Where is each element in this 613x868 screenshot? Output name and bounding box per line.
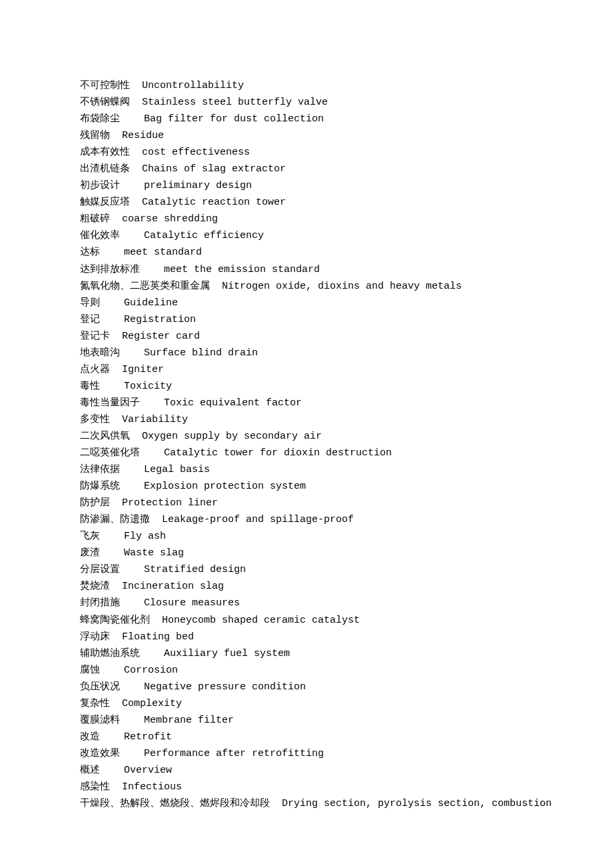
term-chinese: 复杂性	[80, 695, 110, 712]
term-english: Honeycomb shaped ceramic catalyst	[162, 612, 360, 629]
term-gap	[100, 545, 124, 561]
term-english: meet standard	[124, 244, 202, 261]
glossary-entry: 封闭措施 Closure measures	[80, 595, 540, 611]
glossary-entry: 焚烧渣 Incineration slag	[80, 578, 540, 595]
term-english: Toxicity	[124, 378, 172, 395]
term-english: Guideline	[124, 295, 178, 311]
term-gap	[110, 361, 122, 378]
term-english: Floating bed	[122, 629, 194, 645]
term-gap	[150, 612, 162, 629]
term-english: Waste slag	[124, 545, 184, 561]
glossary-entry: 不锈钢蝶阀 Stainless steel butterfly valve	[80, 94, 540, 111]
term-english: meet the emission standard	[164, 261, 320, 278]
glossary-entry: 多变性 Variability	[80, 411, 540, 428]
term-chinese: 蜂窝陶瓷催化剂	[80, 612, 150, 629]
term-chinese: 飞灰	[80, 528, 100, 545]
term-gap	[120, 745, 144, 762]
term-gap	[120, 595, 144, 611]
glossary-entry: 防渗漏、防遗撒 Leakage-proof and spillage-proof	[80, 511, 540, 528]
term-chinese: 二次风供氧	[80, 428, 130, 445]
term-chinese: 达标	[80, 244, 100, 261]
term-gap	[110, 495, 122, 511]
term-gap	[130, 161, 142, 177]
glossary-entry: 点火器 Igniter	[80, 361, 540, 378]
term-english: Leakage-proof and spillage-proof	[162, 511, 354, 528]
term-gap	[100, 311, 124, 328]
glossary-entry: 辅助燃油系统 Auxiliary fuel system	[80, 645, 540, 662]
glossary-entry: 法律依据 Legal basis	[80, 461, 540, 478]
term-gap	[110, 411, 122, 428]
term-english: Catalytic tower for dioxin destruction	[164, 445, 392, 461]
term-chinese: 焚烧渣	[80, 578, 110, 595]
term-english: Registration	[124, 311, 196, 328]
term-chinese: 毒性	[80, 378, 100, 395]
term-gap	[100, 295, 124, 311]
term-gap	[270, 795, 282, 812]
term-gap	[120, 111, 144, 127]
term-english: Igniter	[122, 361, 164, 378]
term-english: Catalytic reaction tower	[142, 194, 286, 211]
glossary-entry: 毒性 Toxicity	[80, 378, 540, 395]
term-chinese: 覆膜滤料	[80, 712, 120, 729]
term-english: Complexity	[122, 695, 182, 712]
term-gap	[110, 779, 122, 795]
term-english: Fly ash	[124, 528, 166, 545]
term-english: Overview	[124, 762, 172, 779]
glossary-entry: 不可控制性 Uncontrollability	[80, 77, 540, 94]
term-gap	[130, 194, 142, 211]
term-english: preliminary design	[144, 177, 252, 194]
term-gap	[100, 528, 124, 545]
term-english: Drying section, pyrolysis section, combu…	[282, 795, 552, 812]
glossary-entry: 初步设计 preliminary design	[80, 177, 540, 194]
glossary-entry: 防爆系统 Explosion protection system	[80, 478, 540, 495]
term-gap	[120, 177, 144, 194]
term-chinese: 防爆系统	[80, 478, 120, 495]
term-english: Membrane filter	[144, 712, 234, 729]
glossary-entry: 改造 Retrofit	[80, 729, 540, 745]
term-english: Catalytic efficiency	[144, 227, 264, 244]
glossary-entry: 触媒反应塔 Catalytic reaction tower	[80, 194, 540, 211]
term-english: Register card	[122, 328, 200, 345]
glossary-entry: 导则 Guideline	[80, 295, 540, 311]
glossary-entry: 二次风供氧 Oxygen supply by secondary air	[80, 428, 540, 445]
glossary-entry: 废渣 Waste slag	[80, 545, 540, 561]
term-chinese: 登记卡	[80, 328, 110, 345]
document-page: 不可控制性 Uncontrollability不锈钢蝶阀 Stainless s…	[0, 0, 613, 868]
term-english: Auxiliary fuel system	[164, 645, 290, 662]
term-gap	[120, 712, 144, 729]
glossary-entry: 出渣机链条 Chains of slag extractor	[80, 161, 540, 177]
term-english: Bag filter for dust collection	[144, 111, 324, 127]
term-english: Protection liner	[122, 495, 218, 511]
term-chinese: 登记	[80, 311, 100, 328]
term-english: Oxygen supply by secondary air	[142, 428, 322, 445]
term-english: Variability	[122, 411, 188, 428]
glossary-entry: 登记卡 Register card	[80, 328, 540, 345]
glossary-entry: 负压状况 Negative pressure condition	[80, 679, 540, 695]
term-chinese: 二噁英催化塔	[80, 445, 140, 461]
glossary-entry: 感染性 Infectious	[80, 779, 540, 795]
glossary-entry: 防护层 Protection liner	[80, 495, 540, 511]
glossary-entry: 蜂窝陶瓷催化剂 Honeycomb shaped ceramic catalys…	[80, 612, 540, 629]
term-chinese: 毒性当量因子	[80, 395, 140, 411]
term-english: Stainless steel butterfly valve	[142, 94, 328, 111]
term-gap	[100, 729, 124, 745]
glossary-entry: 飞灰 Fly ash	[80, 528, 540, 545]
term-english: cost effectiveness	[142, 144, 250, 161]
term-english: Retrofit	[124, 729, 172, 745]
term-chinese: 初步设计	[80, 177, 120, 194]
term-gap	[120, 345, 144, 361]
glossary-entry: 催化效率 Catalytic efficiency	[80, 227, 540, 244]
term-gap	[140, 395, 164, 411]
term-chinese: 导则	[80, 295, 100, 311]
glossary-entry: 氮氧化物、二恶英类和重金属 Nitrogen oxide, dioxins an…	[80, 278, 540, 295]
term-gap	[130, 94, 142, 111]
glossary-entry: 复杂性 Complexity	[80, 695, 540, 712]
term-chinese: 防护层	[80, 495, 110, 511]
term-chinese: 多变性	[80, 411, 110, 428]
term-gap	[130, 144, 142, 161]
term-chinese: 防渗漏、防遗撒	[80, 511, 150, 528]
term-chinese: 浮动床	[80, 629, 110, 645]
glossary-entry: 达到排放标准 meet the emission standard	[80, 261, 540, 278]
term-english: Negative pressure condition	[144, 679, 306, 695]
glossary-entry: 残留物 Residue	[80, 127, 540, 144]
